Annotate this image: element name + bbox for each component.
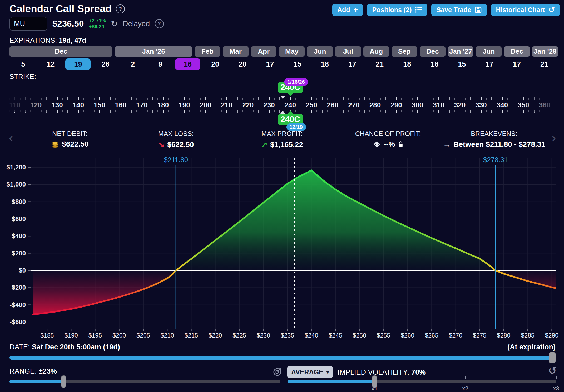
ruler-tick [36,110,37,113]
delayed-help-icon[interactable]: ? [155,19,164,28]
expiration-date[interactable]: 20 [211,60,219,68]
expiration-date[interactable]: 18 [403,60,411,68]
expiration-date[interactable]: 21 [376,60,384,68]
ruler-tick [20,98,21,100]
x-axis-label: $250 [353,332,366,339]
ruler-tick [195,97,195,100]
symbol-input[interactable]: MU [9,17,47,31]
month-pill-jun[interactable]: Jun [307,46,333,57]
expiration-date[interactable]: 20 [239,60,246,68]
ruler-tick [184,97,185,100]
iv-slider[interactable] [288,380,556,383]
upper-leg-expiry-tag[interactable]: 1/16/26 [284,78,308,86]
ruler-tick [295,98,296,100]
title-help-icon[interactable]: ? [116,4,125,13]
expiration-date[interactable]: 17 [266,60,274,68]
expiration-date[interactable]: 15 [294,60,301,68]
data-status-label: Delayed [123,19,150,28]
dice-icon [373,140,381,148]
month-pill-dec[interactable]: Dec [504,46,530,57]
expiration-date-slot: 18 [421,58,448,70]
ruler-tick [174,110,174,113]
expiration-date[interactable]: 9 [158,60,162,68]
stat-value-breakevens: →Between $211.80 - $278.31 [443,140,545,149]
stats-prev-chevron-icon[interactable]: ‹ [9,132,13,144]
ruler-tick [274,110,275,112]
lower-leg-expiry-tag[interactable]: 12/19 [286,123,306,131]
ruler-tick [333,110,333,113]
ruler-tick [354,97,354,100]
save-trade-button[interactable]: Save Trade [431,4,487,16]
ruler-tick [523,110,524,113]
ruler-strike-label: 310 [433,101,444,109]
month-pill-jun[interactable]: Jun [476,46,502,57]
month-pill-jan26[interactable]: Jan '26 [115,46,192,57]
target-icon[interactable] [273,367,283,377]
historical-chart-button[interactable]: Historical Chart↺ [491,4,560,16]
ruler-tick [205,97,206,100]
ruler-tick [401,98,402,100]
add-button[interactable]: Add+ [332,4,363,16]
iv-mark-label: x3 [553,385,559,392]
expiration-date[interactable]: 17 [513,60,521,68]
ruler-tick [105,98,105,100]
month-pill-mar[interactable]: Mar [223,46,249,57]
ruler-tick [174,97,174,100]
stats-next-chevron-icon[interactable]: › [552,132,556,144]
expiration-date[interactable]: 2 [131,60,135,68]
refresh-icon[interactable]: ↻ [111,20,118,28]
expiration-date-slot: 2 [119,58,147,70]
ruler-tick [115,98,116,100]
month-pill-dec[interactable]: Dec [9,46,112,57]
ruler-tick [476,98,476,100]
month-pill-dec[interactable]: Dec [420,46,446,57]
ruler-tick [136,98,137,100]
expiration-date[interactable]: 18 [321,60,329,68]
ruler-tick [338,110,339,112]
range-slider-handle[interactable] [61,375,66,388]
ruler-tick [36,97,37,100]
expiration-date[interactable]: 26 [102,60,110,68]
ruler-tick [528,98,529,100]
strike-ruler[interactable]: 1101201301401501601701801902002102202302… [0,78,564,132]
date-slider-handle[interactable] [549,352,556,363]
positions-button[interactable]: Positions (2) [367,4,427,16]
x-axis-label: $190 [65,332,78,339]
date-slider[interactable] [9,356,556,360]
month-pill-may[interactable]: May [279,46,305,57]
ruler-tick [41,110,42,112]
ruler-tick [460,97,461,100]
expiration-date[interactable]: 18 [431,60,438,68]
month-pill-aug[interactable]: Aug [363,46,389,57]
expiration-date[interactable]: 17 [486,60,493,68]
ruler-tick [491,110,492,113]
implied-volatility-row: IMPLIED VOLATILITY: 70% [338,368,426,376]
month-pill-jan28[interactable]: Jan '28 [532,46,558,57]
stats-row: NET DEBIT:$622.50MAX LOSS:↘$622.50MAX PR… [17,130,547,149]
month-pill-sep[interactable]: Sep [392,46,417,57]
ruler-tick [4,110,5,113]
iv-mark-label: x1 [372,385,378,392]
ruler-tick [438,97,439,100]
volatility-mode-dropdown[interactable]: AVERAGE ▾ [287,366,333,378]
expiration-date[interactable]: 5 [21,60,25,68]
ruler-tick [99,110,100,113]
ruler-tick [131,110,132,113]
ruler-tick [14,97,15,100]
expiration-date[interactable]: 21 [540,60,548,68]
expiration-date-selected-blue[interactable]: 19 [65,58,91,70]
range-slider[interactable] [9,380,280,383]
expiration-date-selected-purple[interactable]: 16 [175,58,200,70]
month-pill-feb[interactable]: Feb [195,46,220,57]
month-pill-jan27[interactable]: Jan '27 [448,46,474,57]
ruler-tick [412,98,413,100]
ruler-tick [513,97,513,100]
expiration-date[interactable]: 17 [348,60,356,68]
reset-icon[interactable]: ↺ [548,366,557,376]
ruler-strike-label: 170 [136,101,147,109]
expiration-date[interactable]: 12 [47,60,55,68]
ruler-tick [534,97,535,100]
month-pill-apr[interactable]: Apr [251,46,277,57]
month-pill-jul[interactable]: Jul [335,46,361,57]
expiration-date[interactable]: 15 [458,60,466,68]
